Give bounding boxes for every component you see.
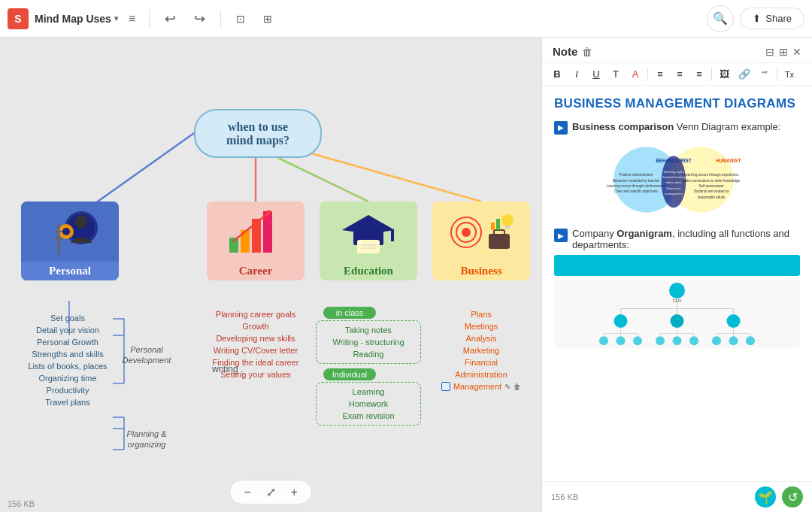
svg-rect-38 [491,223,495,230]
frame-button[interactable]: ⊡ [230,10,251,28]
fmt-list-unordered[interactable]: ≡ [671,66,689,82]
redo-button[interactable]: ↪ [188,8,211,30]
panel-expand-button[interactable]: ⊞ [779,46,788,58]
business-card-image [432,201,530,262]
management-checkbox[interactable] [441,382,450,391]
biz-edit-icon[interactable]: ✎ [504,383,511,391]
canvas-area[interactable]: when to usemind maps? [0,38,541,512]
fmt-align[interactable]: ≡ [690,66,708,82]
branch-card-personal[interactable]: Personal [21,201,119,280]
fmt-list-ordered[interactable]: ≡ [651,66,669,82]
career-sub-growth[interactable]: Growth [203,320,308,332]
business-card-label: Business [432,262,530,280]
branch-card-education[interactable]: Education [320,201,417,280]
fmt-quote[interactable]: “” [756,68,774,81]
edu-writing-structuring[interactable]: Writing - structuring [321,336,416,348]
svg-rect-37 [505,226,510,229]
biz-sub-marketing[interactable]: Marketing [432,344,530,356]
fmt-clear[interactable]: Tx [780,68,798,81]
svg-point-67 [671,314,684,328]
personal-sub-detail-vision[interactable]: Detail your vision [23,324,113,336]
edu-reading[interactable]: Reading [321,348,416,360]
svg-point-83 [673,336,682,345]
panel-minimize-button[interactable]: ⊟ [765,46,774,58]
svg-point-74 [599,336,608,345]
zoom-out-button[interactable]: − [239,483,255,501]
biz-sub-financial[interactable]: Financial [432,356,530,368]
canvas-zoom-toolbar: − ⤢ + [229,480,312,504]
personal-sub-items: Set goals Detail your vision Personal Gr… [23,312,113,408]
central-node-text: when to usemind maps? [226,120,289,147]
share-button[interactable]: ⬆ Share [740,8,804,29]
main-area: when to usemind maps? [0,38,812,512]
biz-delete-icon[interactable]: 🗑 [514,383,521,391]
svg-point-33 [462,228,471,237]
panel-delete-button[interactable]: 🗑 [582,46,592,58]
panel-close-button[interactable]: ✕ [792,46,801,58]
career-sub-finding[interactable]: Finding the ideal career [203,356,308,368]
section2-text: Company Organigram, including all functi… [572,228,800,250]
personal-sub-travel[interactable]: Travel plans [23,396,113,408]
svg-text:Teaching styles: Teaching styles [663,170,684,174]
branch-card-career[interactable]: Career [207,201,304,280]
svg-line-2 [278,158,368,201]
panel-ai-button[interactable]: 🌱 [755,486,776,507]
career-sub-developing[interactable]: Developing new skills [203,332,308,344]
panel-content[interactable]: BUSINESS MANAGEMENT DIAGRAMS ▶ Business … [542,86,812,481]
embed-button[interactable]: ⊞ [257,10,278,28]
panel-title: Note [553,45,577,58]
svg-point-75 [617,336,626,345]
edu-learning[interactable]: Learning [321,386,416,398]
fmt-italic[interactable]: I [568,66,586,82]
career-sub-writing-cv[interactable]: Writing CV/Cover letter [203,344,308,356]
personal-sub-strengths[interactable]: Strengths and skills [23,348,113,360]
menu-button[interactable]: ≡ [124,9,140,29]
central-node[interactable]: when to usemind maps? [194,109,322,158]
svg-point-66 [614,314,628,328]
branch-card-business[interactable]: Business [432,201,530,280]
personal-sub-personal-growth[interactable]: Personal Growth [23,336,113,348]
personal-card-image [21,201,119,262]
fmt-color[interactable]: A [626,66,644,82]
svg-point-15 [75,215,87,229]
svg-text:Learning occurs through reinfo: Learning occurs through reinforcement [607,184,666,188]
biz-sub-management[interactable]: Management [441,380,501,392]
fmt-underline[interactable]: U [587,66,605,82]
zoom-fit-button[interactable]: ⤢ [262,483,280,501]
section2-icon: ▶ [554,229,568,242]
biz-sub-plans[interactable]: Plans [432,308,530,320]
zoom-in-button[interactable]: + [286,483,302,501]
personal-sub-organizing[interactable]: Organizing time [23,372,113,384]
svg-point-91 [729,336,738,345]
edu-exam-revision[interactable]: Exam revision [321,410,416,422]
search-button[interactable]: 🔍 [707,5,734,32]
undo-button[interactable]: ↩ [159,8,182,30]
fmt-bold[interactable]: B [548,66,566,82]
fmt-image[interactable]: 🖼 [715,66,733,82]
career-sub-setting[interactable]: Setting your values [203,368,308,380]
edu-taking-notes[interactable]: Taking notes [321,324,416,336]
career-sub-planning[interactable]: Planning career goals [203,308,308,320]
svg-text:management: management [665,192,683,195]
edu-homework[interactable]: Homework [321,398,416,410]
title-chevron: ▾ [114,14,118,23]
biz-sub-analysis[interactable]: Analysis [432,332,530,344]
fmt-text[interactable]: T [607,66,625,82]
edu-tag-individual: Individual [323,368,376,380]
share-icon: ⬆ [753,13,761,24]
personal-dev-label: PersonalDevelopment [117,344,177,366]
personal-sub-set-goals[interactable]: Set goals [23,312,113,324]
svg-point-90 [712,336,721,345]
personal-sub-lists[interactable]: Lists of books, places [23,360,113,372]
format-toolbar: B I U T A ≡ ≡ ≡ 🖼 🔗 “” Tx [542,63,812,86]
svg-point-92 [746,336,755,345]
planning-organizing-label: Planning &organizing [117,429,177,450]
fmt-sep-2 [711,68,712,81]
main-toolbar: S Mind Map Uses ▾ ≡ ↩ ↪ ⊡ ⊞ 🔍 ⬆ Share [0,0,812,38]
biz-sub-administration[interactable]: Administration [432,368,530,380]
personal-sub-productivity[interactable]: Productivity [23,384,113,396]
education-sub-group: in class Taking notes Writing - structur… [316,307,421,430]
fmt-link[interactable]: 🔗 [735,66,754,82]
panel-refresh-button[interactable]: ↺ [782,486,803,507]
biz-sub-meetings[interactable]: Meetings [432,320,530,332]
